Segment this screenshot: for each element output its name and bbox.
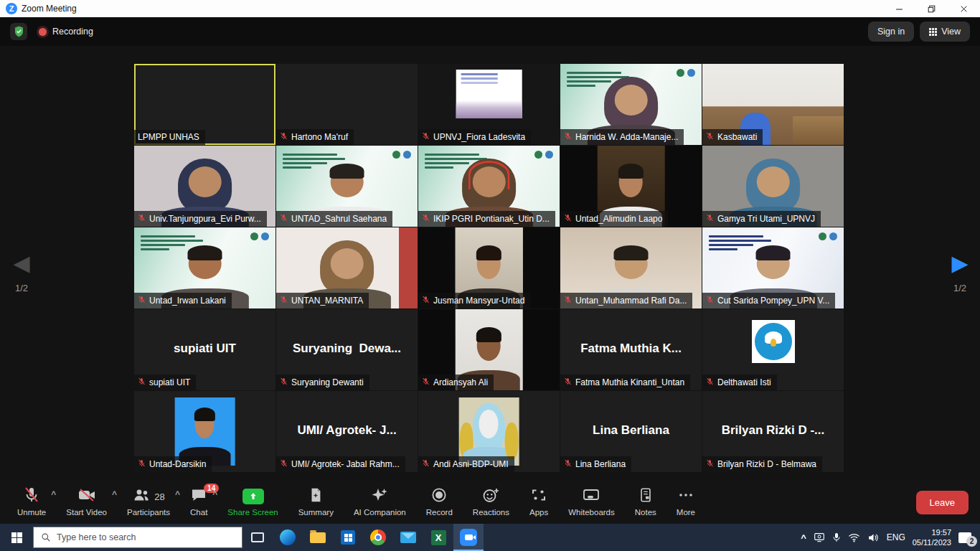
- mail-icon: [400, 532, 416, 543]
- name-text: UNTAN_MARNITA: [291, 296, 363, 305]
- microsoft-store-button[interactable]: [333, 524, 363, 551]
- language-indicator[interactable]: ENG: [887, 532, 905, 542]
- next-page-arrow[interactable]: ▶: [944, 253, 976, 274]
- speaker-icon[interactable]: [867, 532, 880, 543]
- leave-button[interactable]: Leave: [916, 491, 969, 514]
- action-center-icon[interactable]: 2: [958, 532, 971, 543]
- participant-tile[interactable]: Fatma Muthia K...Fatma Muthia Kinanti_Un…: [560, 309, 702, 390]
- university-logo-icon: [392, 151, 400, 159]
- university-logo-icon: [534, 151, 542, 159]
- muted-mic-icon: [138, 459, 146, 467]
- participant-tile[interactable]: Lina BerlianaLina Berliana: [560, 391, 702, 472]
- start-video-icon-row: [77, 488, 96, 505]
- chat-icon-row: 14: [190, 488, 207, 505]
- muted-mic-icon: [422, 214, 430, 222]
- whiteboards-button[interactable]: Whiteboards: [558, 481, 625, 524]
- excel-button[interactable]: X: [423, 524, 453, 551]
- participant-tile[interactable]: Untad_Alimudin Laapo: [560, 146, 702, 227]
- chat-button[interactable]: 14^Chat: [180, 481, 217, 524]
- unmute-button[interactable]: ^Unmute: [7, 481, 56, 524]
- participant-tile[interactable]: Cut Sarida Pompey_UPN V...: [702, 227, 844, 309]
- microphone-tray-icon[interactable]: [832, 532, 841, 543]
- workshop-logos: [392, 151, 411, 159]
- participant-tile[interactable]: Delthawati Isti: [702, 309, 844, 390]
- chevron-up-icon[interactable]: ^: [51, 489, 56, 499]
- participant-tile[interactable]: Hartono Ma'ruf: [276, 64, 418, 145]
- minimize-button[interactable]: [883, 0, 915, 17]
- view-button[interactable]: View: [920, 22, 970, 42]
- muted-mic-icon: [422, 459, 430, 468]
- muted-mic-icon: [280, 459, 288, 468]
- chrome-button[interactable]: [363, 524, 393, 551]
- participant-tile[interactable]: Ardiansyah Ali: [418, 309, 560, 390]
- chevron-up-icon[interactable]: ^: [212, 489, 217, 499]
- participant-name-label: Univ.Tanjungpura_Evi Purw...: [134, 211, 267, 227]
- notes-button[interactable]: Notes: [625, 481, 666, 524]
- taskbar-clock[interactable]: 19:57 05/11/2023: [913, 527, 951, 548]
- participant-tile[interactable]: IKIP PGRI Pontianak_Utin D...: [418, 146, 560, 227]
- mail-button[interactable]: [393, 524, 423, 551]
- ai-companion-button[interactable]: AI Companion: [344, 481, 416, 524]
- participant-tile[interactable]: Univ.Tanjungpura_Evi Purw...: [134, 146, 275, 227]
- apps-button[interactable]: Apps: [519, 481, 558, 524]
- participant-tile[interactable]: Jusman Mansyur-Untad: [418, 227, 560, 309]
- summary-label: Summary: [298, 508, 334, 517]
- participant-tile[interactable]: Kasbawati: [702, 64, 844, 145]
- muted-mic-icon: [280, 459, 288, 467]
- chevron-up-icon[interactable]: ^: [112, 489, 117, 499]
- participant-display-name: Lina Berliana: [560, 423, 702, 438]
- sign-in-button[interactable]: Sign in: [868, 22, 914, 42]
- wifi-icon[interactable]: [848, 532, 860, 543]
- participant-tile[interactable]: Untan_Muhammad Rafi Da...: [560, 227, 702, 309]
- task-view-button[interactable]: [242, 524, 273, 551]
- participant-tile[interactable]: UNTAN_MARNITA: [276, 227, 418, 309]
- participant-tile[interactable]: supiati UITsupiati UIT: [134, 309, 275, 390]
- participant-tile[interactable]: Gamya Tri Utami_UPNVJ: [702, 146, 844, 227]
- participant-tile[interactable]: Brilyan Rizki D -...Brilyan Rizki D - Be…: [702, 391, 844, 472]
- participant-tile[interactable]: Suryaning Dewa...Suryaning Dewanti: [276, 309, 418, 390]
- taskbar-search[interactable]: Type here to search: [33, 527, 242, 548]
- cast-display-icon[interactable]: [814, 532, 825, 542]
- more-icon: [677, 486, 694, 507]
- start-button[interactable]: [0, 524, 33, 551]
- file-explorer-button[interactable]: [303, 524, 333, 551]
- muted-mic-icon: [564, 296, 572, 305]
- previous-page-arrow[interactable]: ◀: [6, 253, 37, 274]
- participant-tile[interactable]: LPMPP UNHAS: [134, 64, 275, 145]
- participant-name-label: Brilyan Rizki D - Belmawa: [702, 456, 822, 472]
- participants-label: Participants: [127, 508, 170, 517]
- close-button[interactable]: [948, 0, 980, 17]
- participants-button[interactable]: 28^Participants: [117, 481, 180, 524]
- tray-expand-icon[interactable]: ^: [801, 532, 806, 543]
- start-video-button[interactable]: ^Start Video: [56, 481, 117, 524]
- participant-tile[interactable]: Andi Asni-BDP-UMI: [418, 391, 560, 472]
- reactions-button[interactable]: Reactions: [463, 481, 519, 524]
- participant-tile[interactable]: Untad-Darsikin: [134, 391, 275, 472]
- name-text: Untad-Darsikin: [149, 460, 206, 468]
- record-button[interactable]: Record: [416, 481, 463, 524]
- participant-tile[interactable]: Harnida W. Adda-Manaje...: [560, 64, 702, 145]
- participant-tile[interactable]: UMI/ Agrotek- J...UMI/ Agrotek- Jabal Ra…: [276, 391, 418, 472]
- more-button[interactable]: More: [666, 481, 705, 524]
- summary-button[interactable]: Summary: [288, 481, 344, 524]
- muted-mic-icon: [138, 377, 146, 385]
- muted-mic-icon: [706, 214, 714, 223]
- page-indicator-left: 1/2: [6, 283, 37, 293]
- name-text: Kasbawati: [717, 133, 757, 141]
- participant-tile[interactable]: Untad_Irwan Lakani: [134, 227, 275, 309]
- chevron-up-icon[interactable]: ^: [175, 489, 180, 499]
- hair: [187, 245, 222, 260]
- whiteboards-icon: [582, 486, 600, 507]
- tut-wuri-handayani-logo: [752, 320, 795, 363]
- participant-tile[interactable]: UNTAD_Sahrul Saehana: [276, 146, 418, 227]
- edge-button[interactable]: [273, 524, 303, 551]
- zoom-taskbar-button[interactable]: [453, 524, 484, 551]
- encryption-shield-icon[interactable]: [10, 23, 27, 40]
- muted-mic-icon: [706, 459, 714, 467]
- share-screen-button[interactable]: Share Screen: [217, 481, 288, 524]
- hair: [618, 164, 644, 179]
- participant-gallery: ◀ 1/2 LPMPP UNHASHartono Ma'rufUPNVJ_Fio…: [0, 46, 980, 481]
- more-icon-row: [677, 488, 694, 505]
- restore-button[interactable]: [915, 0, 948, 17]
- participant-tile[interactable]: UPNVJ_Fiora Ladesvita: [418, 64, 560, 145]
